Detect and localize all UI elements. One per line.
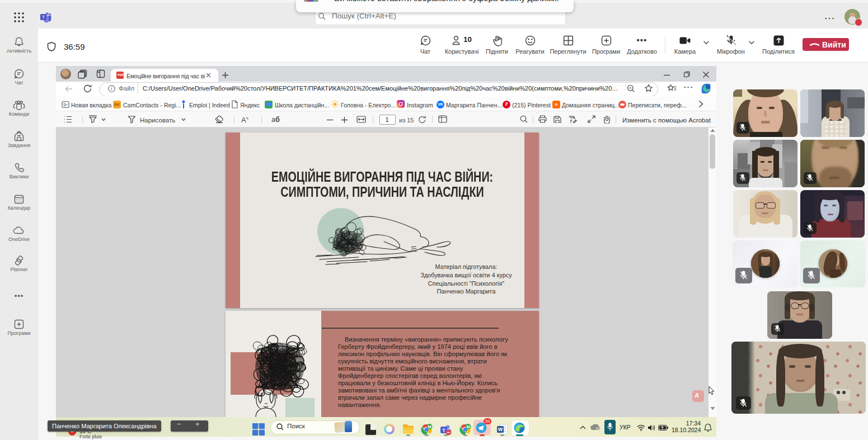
svg-text:M: M — [428, 424, 431, 429]
svg-text:W: W — [498, 427, 503, 432]
svg-text:T: T — [442, 428, 445, 433]
svg-text:M: M — [466, 424, 470, 429]
svg-text:T: T — [42, 15, 45, 20]
